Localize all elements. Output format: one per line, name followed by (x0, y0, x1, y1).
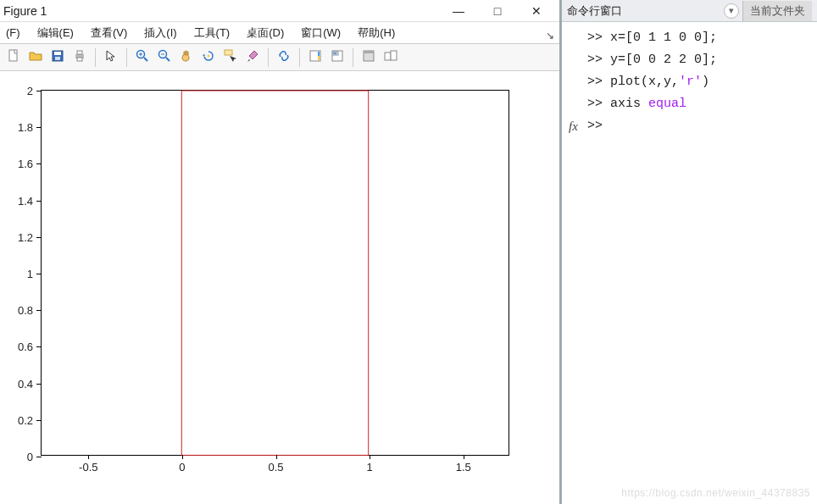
y-tick-label: 0.8 (18, 304, 33, 317)
y-tick (36, 346, 42, 347)
svg-rect-23 (364, 51, 374, 53)
command-line: >> plot(x,y,'r') (587, 71, 809, 93)
y-tick (36, 127, 42, 128)
pan-button[interactable] (176, 47, 197, 68)
y-tick-label: 1.2 (18, 230, 33, 243)
title-bar: Figure 1 — □ ✕ (0, 0, 559, 22)
print-icon (73, 49, 86, 65)
colorbar-icon (308, 49, 322, 65)
x-tick-label: 0 (179, 461, 185, 474)
maximize-button[interactable]: □ (478, 1, 517, 21)
y-tick-label: 0 (27, 451, 33, 463)
dock-arrow-icon[interactable]: ↘ (546, 30, 554, 42)
hide-tools-icon (362, 49, 375, 65)
code-token: axis (610, 97, 648, 111)
save-button[interactable] (47, 47, 68, 68)
y-tick (36, 274, 42, 274)
menu-file[interactable]: (F) (3, 25, 23, 41)
menu-bar: (F)编辑(E)查看(V)插入(I)工具(T)桌面(D)窗口(W)帮助(H)↘ (0, 22, 559, 44)
pointer-button[interactable] (101, 47, 121, 68)
link-button[interactable] (274, 47, 294, 68)
prompt: >> (587, 75, 610, 89)
panel-title: 命令行窗口 (567, 3, 720, 19)
print-button[interactable] (69, 47, 90, 68)
svg-point-14 (208, 55, 210, 58)
menu-edit[interactable]: 编辑(E) (35, 24, 76, 42)
x-tick (464, 455, 464, 459)
svg-line-12 (166, 58, 170, 61)
y-tick (36, 457, 42, 457)
code-token: ) (702, 75, 709, 89)
zoom-out-icon (158, 49, 171, 65)
svg-rect-3 (55, 57, 60, 60)
x-tick (370, 455, 370, 459)
dock-button[interactable] (381, 47, 401, 68)
y-tick-label: 1 (27, 268, 33, 280)
link-icon (277, 49, 291, 65)
hide-tools-button[interactable] (358, 47, 379, 68)
y-tick (36, 163, 42, 164)
toolbar-separator (95, 48, 96, 67)
fx-icon: fx (569, 115, 578, 137)
code-token: x=[0 1 1 0 0]; (610, 30, 717, 45)
x-tick-label: 0.5 (268, 461, 283, 474)
svg-rect-25 (391, 51, 397, 60)
prompt: >> (587, 30, 610, 45)
y-tick-label: 1.4 (18, 194, 33, 207)
command-window[interactable]: >> x=[0 1 1 0 0];>> y=[0 0 2 2 0];>> plo… (562, 22, 817, 504)
prompt: >> (587, 119, 610, 133)
code-token: plot(x,y, (610, 75, 679, 89)
prompt: >> (587, 53, 610, 67)
new-icon (7, 49, 20, 65)
panel-minimize-icon[interactable]: ▾ (724, 3, 739, 19)
zoom-in-button[interactable] (132, 47, 153, 68)
new-button[interactable] (3, 47, 24, 68)
menu-view[interactable]: 查看(V) (88, 24, 130, 42)
command-line: >> axis equal (587, 93, 809, 115)
y-tick-label: 0.4 (18, 377, 33, 390)
y-tick (36, 237, 42, 238)
menu-window[interactable]: 窗口(W) (298, 24, 343, 42)
menu-tools[interactable]: 工具(T) (192, 24, 233, 42)
legend-icon (331, 49, 344, 65)
toolbar-separator (353, 48, 353, 67)
menu-insert[interactable]: 插入(I) (142, 24, 179, 42)
menu-desktop[interactable]: 桌面(D) (244, 24, 286, 42)
svg-line-8 (144, 58, 147, 61)
svg-rect-24 (385, 53, 391, 60)
brush-button[interactable] (242, 47, 263, 68)
open-button[interactable] (25, 47, 46, 68)
line-plot (42, 91, 509, 455)
watermark-text: https://blog.csdn.net/weixin_44378835 (621, 487, 810, 499)
y-tick-label: 2 (27, 85, 33, 97)
figure-window: Figure 1 — □ ✕ (F)编辑(E)查看(V)插入(I)工具(T)桌面… (0, 0, 561, 504)
y-tick-label: 1.8 (18, 121, 33, 134)
minimize-button[interactable]: — (439, 1, 478, 21)
colorbar-button[interactable] (305, 47, 325, 68)
svg-rect-6 (77, 58, 82, 61)
data-cursor-button[interactable] (220, 47, 241, 68)
plot-area: -0.500.511.500.20.40.60.811.21.41.61.82 (0, 71, 559, 504)
panel-header: 命令行窗口 ▾ 当前文件夹 (562, 0, 817, 22)
code-token: 'r' (679, 75, 702, 89)
pointer-icon (104, 49, 118, 65)
command-line: fx>> (587, 115, 809, 137)
y-tick-label: 0.6 (18, 341, 33, 353)
save-icon (51, 49, 64, 65)
legend-button[interactable] (327, 47, 347, 68)
brush-icon (246, 49, 259, 65)
command-window-panel: 命令行窗口 ▾ 当前文件夹 >> x=[0 1 1 0 0];>> y=[0 0… (561, 0, 817, 504)
command-line: >> x=[0 1 1 0 0]; (587, 27, 809, 49)
y-tick-label: 1.6 (18, 158, 33, 170)
rotate-icon (202, 49, 215, 65)
other-tab[interactable]: 当前文件夹 (742, 1, 812, 21)
menu-help[interactable]: 帮助(H) (355, 24, 397, 42)
x-tick-label: 1.5 (456, 461, 471, 474)
command-line: >> y=[0 0 2 2 0]; (587, 49, 809, 71)
axes[interactable]: -0.500.511.500.20.40.60.811.21.41.61.82 (41, 90, 509, 456)
y-tick (36, 91, 42, 91)
x-tick-label: 1 (366, 461, 372, 474)
zoom-out-button[interactable] (154, 47, 175, 68)
rotate-button[interactable] (198, 47, 219, 68)
close-button[interactable]: ✕ (517, 1, 556, 21)
